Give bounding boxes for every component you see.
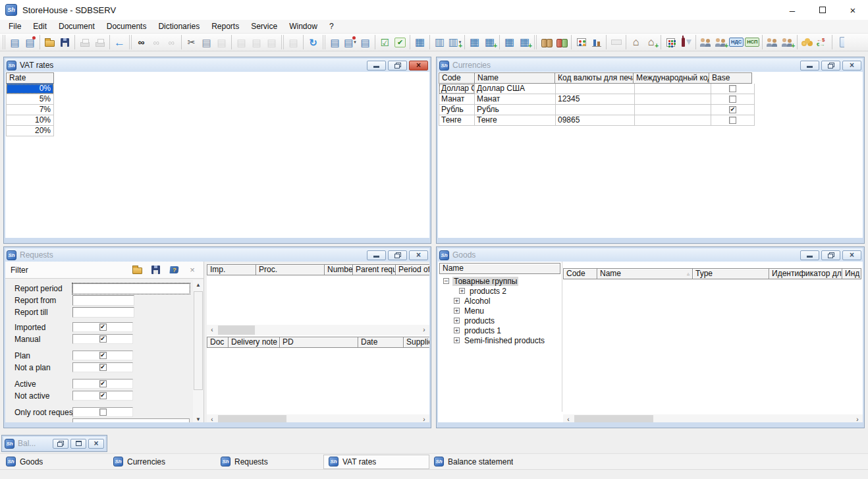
cut-icon[interactable]: ✂ [184, 34, 199, 50]
column-header-number[interactable]: Number [324, 264, 353, 275]
column-header-proc[interactable]: Proc. [256, 264, 325, 275]
menu-edit[interactable]: Edit [27, 20, 53, 32]
scroll-left-button[interactable]: ‹ [207, 414, 217, 422]
tree-column-header[interactable]: Name [439, 263, 560, 274]
column-header-doc[interactable]: Doc [207, 337, 229, 348]
column-header-imp[interactable]: Imp. [207, 264, 256, 275]
tree-expand-toggle[interactable]: + [454, 337, 460, 343]
scrollbar-thumb[interactable] [194, 291, 203, 390]
currency-cell[interactable]: Манат [475, 94, 556, 105]
report-period-input[interactable] [72, 283, 190, 294]
scroll-up-button[interactable]: ▲ [193, 280, 203, 291]
currency-row[interactable]: Доллар СДоллар США [439, 84, 755, 94]
horizontal-scrollbar[interactable]: ‹ › [207, 414, 429, 422]
copy-icon[interactable]: ▤ [199, 34, 214, 50]
warehouse-add-icon[interactable]: ⌂+ [643, 34, 659, 50]
only-root-requests-checkbox[interactable] [99, 409, 107, 416]
currency-cell[interactable]: 12345 [556, 94, 635, 105]
balance-titlebar[interactable]: Sh Bal... × [3, 437, 105, 450]
clipped-icon[interactable] [834, 34, 850, 50]
restore-button[interactable] [388, 61, 407, 70]
tree-item-label[interactable]: products 2 [468, 287, 508, 296]
restore-button[interactable] [821, 61, 840, 70]
currency-cell[interactable] [635, 115, 711, 126]
scroll-right-button[interactable]: › [852, 414, 863, 422]
not-a-plan-checkbox[interactable]: ✔ [99, 364, 107, 371]
documents-list-icon[interactable]: ▤ [327, 34, 342, 50]
currency-cell[interactable] [635, 84, 711, 94]
vat-rate-row[interactable]: 20% [6, 126, 54, 136]
report-from-input[interactable] [72, 295, 134, 306]
currency-cell[interactable]: Рубль [439, 105, 475, 115]
units-grid-icon[interactable] [663, 34, 678, 50]
column-header-pd[interactable]: PD [279, 337, 358, 348]
horizontal-scrollbar[interactable]: ‹ › [563, 414, 863, 422]
menu-reports[interactable]: Reports [205, 20, 245, 32]
currency-row[interactable]: ТенгеТенге09865 [439, 115, 755, 126]
request-table-icon[interactable]: ▦ [502, 34, 517, 50]
currency-cell[interactable]: Тенге [475, 115, 556, 126]
tree-root-label[interactable]: Товарные группы [452, 277, 518, 286]
tree-expand-toggle[interactable]: + [459, 288, 465, 294]
currency-cell[interactable]: Тенге [439, 115, 475, 126]
scroll-down-button[interactable]: ▼ [193, 414, 203, 422]
minimize-button[interactable] [800, 250, 819, 260]
column-header-type[interactable]: Type [692, 268, 769, 279]
toolbar-handle[interactable] [323, 35, 325, 49]
app-titlebar[interactable]: Sh StoreHouse - SDBSERV – × [0, 0, 868, 20]
supplier-add-icon[interactable]: + [713, 34, 728, 50]
column-header-help[interactable]: Инд [842, 268, 861, 279]
save-filter-icon[interactable] [149, 264, 161, 276]
toolbar-handle[interactable] [3, 35, 5, 49]
maximize-button[interactable] [807, 0, 838, 20]
tree-item[interactable]: +Menu [454, 306, 560, 316]
request-table-add-icon[interactable]: ▦+ [517, 34, 532, 50]
not-active-checkbox[interactable]: ✔ [99, 392, 107, 399]
scrollbar-thumb[interactable] [574, 415, 653, 422]
tree-item[interactable]: +products [454, 316, 560, 325]
tree-item[interactable]: +products 2 [459, 286, 560, 296]
tree-item-label[interactable]: products 1 [463, 326, 502, 335]
active-checkbox[interactable]: ✔ [99, 380, 107, 387]
report-till-input[interactable] [72, 307, 134, 318]
tree-expand-toggle[interactable]: + [454, 327, 460, 333]
close-button[interactable]: × [409, 61, 428, 70]
goods-titlebar[interactable]: Sh Goods × [438, 248, 863, 262]
scroll-right-button[interactable]: › [419, 325, 429, 335]
manual-checkbox[interactable]: ✔ [99, 335, 107, 343]
tree-item-label[interactable]: Alcohol [463, 296, 491, 306]
toolbar-handle[interactable] [129, 35, 132, 49]
tree-expand-toggle[interactable]: + [454, 308, 460, 314]
currency-cell[interactable] [635, 94, 711, 105]
minimize-button[interactable] [800, 61, 819, 70]
document-table-add-icon[interactable]: ▦+ [482, 34, 497, 50]
tree-collapse-toggle[interactable]: − [443, 278, 449, 284]
maximize-button[interactable] [70, 439, 86, 449]
toolbar-handle[interactable] [281, 35, 284, 49]
clipboard-icon[interactable]: ▥ [432, 34, 447, 50]
minimize-button[interactable]: – [777, 0, 807, 20]
taskbar-tab-currencies[interactable]: ShCurrencies [109, 454, 216, 470]
tree-item[interactable]: +products 1 [454, 325, 560, 335]
column-header-code[interactable]: Code [563, 268, 597, 279]
goods-groups-icon[interactable] [554, 34, 569, 50]
column-header-help[interactable]: Идентификатор для и [769, 268, 842, 279]
taskbar-tab-vat-rates[interactable]: ShVAT rates [323, 455, 429, 469]
base-checkbox[interactable]: ✔ [729, 106, 736, 113]
currency-cell[interactable]: Рубль [475, 105, 556, 115]
document-properties-icon[interactable]: ▤ [22, 34, 38, 50]
menu-dictionaries[interactable]: Dictionaries [152, 20, 205, 32]
suppliers-icon[interactable] [698, 34, 713, 50]
filter-close-icon[interactable]: × [186, 264, 198, 276]
plan-checkbox[interactable]: ✔ [99, 352, 107, 359]
refresh-document-icon[interactable]: ↻ [306, 34, 321, 50]
minimize-button[interactable] [367, 61, 386, 70]
currency-cell[interactable]: Доллар С [439, 84, 475, 94]
scrollbar-thumb[interactable] [218, 325, 255, 335]
imported-checkbox[interactable]: ✔ [99, 324, 107, 331]
scroll-left-button[interactable]: ‹ [207, 325, 217, 335]
tree-expand-toggle[interactable]: + [454, 298, 460, 304]
duplicate-documents-icon[interactable]: ▤ [358, 34, 373, 50]
employees-icon[interactable] [765, 34, 780, 50]
menu-help[interactable]: ? [323, 20, 340, 32]
